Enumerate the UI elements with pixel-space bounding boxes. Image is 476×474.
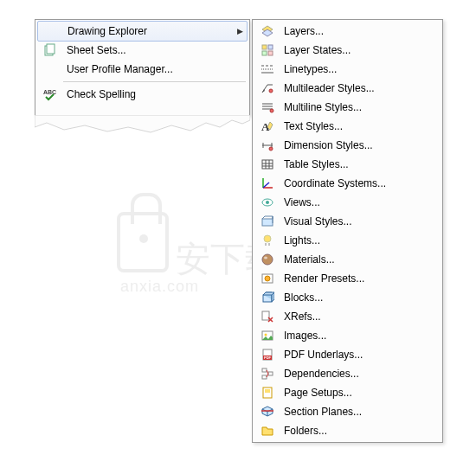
menu-item[interactable]: Sheet Sets... (37, 41, 248, 60)
menu-item[interactable]: Folders... (254, 421, 441, 440)
menu-item-label: Layers... (279, 25, 439, 37)
text-styles-icon (256, 117, 279, 136)
menu-item-label: Drawing Explorer (62, 25, 235, 37)
menu-item[interactable]: Multiline Styles... (254, 98, 441, 117)
context-menu-right: Layers...Layer States...Linetypes...Mult… (252, 19, 443, 443)
submenu-arrow-icon: ▶ (235, 27, 245, 35)
menu-item-label: PDF Underlays... (279, 349, 439, 361)
menu-item-label: Coordinate Systems... (279, 177, 439, 189)
menu-item-label: User Profile Manager... (61, 63, 246, 75)
folders-icon (256, 421, 279, 440)
menu-item-label: Folders... (279, 425, 439, 437)
materials-icon (256, 250, 279, 269)
blocks-icon (256, 288, 279, 307)
menu-item-label: Views... (279, 196, 439, 208)
menu-item[interactable]: Multileader Styles... (254, 79, 441, 98)
context-menu-left: Drawing Explorer▶Sheet Sets...User Profi… (35, 19, 250, 116)
menu-item-label: Sheet Sets... (61, 44, 246, 56)
menu-item[interactable]: Coordinate Systems... (254, 174, 441, 193)
menu-item[interactable]: Section Planes... (254, 402, 441, 421)
menu-item[interactable]: Page Setups... (254, 383, 441, 402)
menu-item-label: Materials... (279, 253, 439, 266)
menu-item[interactable]: Text Styles... (254, 117, 441, 136)
menu-item-label: Linetypes... (279, 63, 439, 75)
menu-item[interactable]: Dependencies... (254, 364, 441, 383)
dependencies-icon (256, 364, 279, 383)
menu-item[interactable]: Table Styles... (254, 155, 441, 174)
menu-item[interactable]: Check Spelling (37, 85, 248, 104)
views-icon (256, 193, 279, 212)
menu-item[interactable]: Blocks... (254, 288, 441, 307)
menu-item[interactable]: Linetypes... (254, 60, 441, 79)
torn-edge (35, 115, 250, 134)
menu-item-label: Multileader Styles... (279, 82, 439, 94)
menu-item-label: Table Styles... (279, 158, 439, 170)
menu-item-label: XRefs... (279, 311, 439, 323)
menu-item[interactable]: Images... (254, 326, 441, 345)
menu-separator (63, 81, 246, 82)
spellcheck-icon (39, 85, 61, 104)
menu-item-label: Dependencies... (279, 368, 439, 380)
menu-item[interactable]: Dimension Styles... (254, 136, 441, 155)
multileader-icon (256, 79, 279, 98)
menu-item-label: Render Presets... (279, 272, 439, 285)
xrefs-icon (256, 307, 279, 326)
coordinate-icon (256, 174, 279, 193)
menu-item-label: Text Styles... (279, 120, 439, 132)
render-icon (256, 269, 279, 288)
menu-item[interactable]: Visual Styles... (254, 212, 441, 231)
menu-item-label: Dimension Styles... (279, 139, 439, 151)
layer-states-icon (256, 41, 279, 60)
visual-styles-icon (256, 212, 279, 231)
images-icon (256, 326, 279, 345)
blank-icon (40, 22, 62, 41)
menu-item-label: Multiline Styles... (279, 101, 439, 113)
menu-item[interactable]: Views... (254, 193, 441, 212)
menu-item[interactable]: Materials... (254, 250, 441, 269)
menu-item-label: Check Spelling (61, 88, 246, 100)
page-setups-icon (256, 383, 279, 402)
layers-icon (256, 22, 279, 41)
menu-item-label: Images... (279, 330, 439, 342)
menu-item[interactable]: PDF Underlays... (254, 345, 441, 364)
lights-icon (256, 231, 279, 250)
menu-item-label: Layer States... (279, 44, 439, 56)
section-icon (256, 402, 279, 421)
menu-item[interactable]: Render Presets... (254, 269, 441, 288)
menu-item-label: Lights... (279, 234, 439, 247)
sheets-icon (39, 41, 61, 60)
menu-item[interactable]: Lights... (254, 231, 441, 250)
multiline-icon (256, 98, 279, 117)
menu-item[interactable]: Layer States... (254, 41, 441, 60)
menu-item[interactable]: Drawing Explorer▶ (37, 21, 248, 42)
menu-item[interactable]: User Profile Manager... (37, 60, 248, 79)
menu-item-label: Blocks... (279, 291, 439, 304)
linetypes-icon (256, 60, 279, 79)
pdf-icon (256, 345, 279, 364)
dimension-icon (256, 136, 279, 155)
menu-item[interactable]: Layers... (254, 22, 441, 41)
menu-item-label: Visual Styles... (279, 215, 439, 227)
menu-item-label: Section Planes... (279, 406, 439, 418)
menu-item-label: Page Setups... (279, 387, 439, 399)
menu-item[interactable]: XRefs... (254, 307, 441, 326)
table-icon (256, 155, 279, 174)
blank-icon (39, 60, 61, 79)
